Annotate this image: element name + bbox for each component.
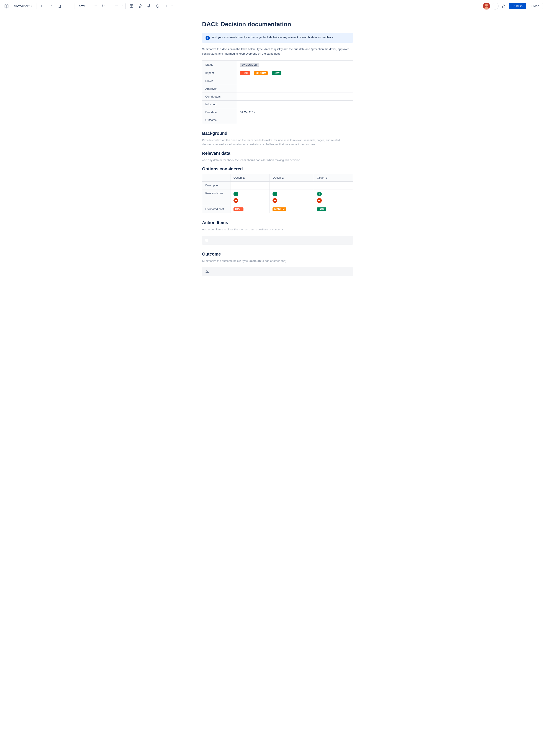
- options-col-1: Option 1:: [230, 174, 269, 182]
- svg-point-6: [94, 6, 94, 7]
- daci-label-due-date: Due date: [202, 108, 237, 116]
- outcome-block[interactable]: [202, 267, 353, 276]
- svg-point-4: [94, 6, 94, 6]
- options-col-0: [202, 174, 230, 182]
- action-items-subtext: Add action items to close the loop on op…: [202, 227, 353, 232]
- options-desc-3[interactable]: [314, 182, 353, 189]
- daci-table: Status UNDECIDED Impact HIGH / MEDIUM / …: [202, 60, 353, 124]
- impact-sep-1: /: [252, 72, 252, 75]
- impact-medium-badge: MEDIUM: [254, 71, 268, 75]
- table-row: Estimated cost HIGH MEDIUM LOW: [202, 205, 353, 213]
- link-button[interactable]: [137, 3, 144, 9]
- impact-high-badge: HIGH: [240, 71, 250, 75]
- daci-value-outcome[interactable]: [237, 116, 353, 124]
- page-content: DACI: Decision documentation i Add your …: [195, 12, 360, 301]
- color-chevron-icon: ▾: [84, 5, 85, 7]
- more-options-button[interactable]: ···: [545, 3, 552, 9]
- attachment-button[interactable]: [145, 3, 153, 9]
- color-label: A: [79, 4, 81, 8]
- underline-button[interactable]: U: [56, 3, 63, 9]
- cons-icon-3[interactable]: −: [317, 198, 322, 203]
- daci-value-status[interactable]: UNDECIDED: [237, 60, 353, 69]
- options-cost-1[interactable]: HIGH: [230, 205, 269, 213]
- cons-icon-1[interactable]: −: [233, 198, 238, 203]
- options-label-cost: Estimated cost: [202, 205, 230, 213]
- options-table: Option 1: Option 2: Option 3: Descriptio…: [202, 174, 353, 213]
- insert-button[interactable]: +: [163, 3, 170, 9]
- options-pros-cons-2[interactable]: + −: [269, 189, 314, 205]
- emoji-button[interactable]: [154, 3, 161, 9]
- toolbar-divider-3: [89, 3, 89, 9]
- daci-value-informed[interactable]: [237, 100, 353, 108]
- table-row: Outcome: [202, 116, 353, 124]
- decision-icon: [205, 269, 209, 274]
- text-color-button[interactable]: A ▾: [77, 3, 86, 8]
- daci-value-contributors[interactable]: [237, 93, 353, 100]
- background-heading: Background: [202, 131, 353, 136]
- close-button[interactable]: Close: [528, 3, 543, 9]
- cons-icon-2[interactable]: −: [272, 198, 277, 203]
- options-col-3: Option 3:: [314, 174, 353, 182]
- intro-paragraph: Summarize this decision in the table bel…: [202, 47, 353, 56]
- options-label-description: Description: [202, 182, 230, 189]
- page-title[interactable]: DACI: Decision documentation: [202, 21, 353, 28]
- svg-point-27: [504, 6, 504, 7]
- lock-button[interactable]: [500, 3, 507, 9]
- more-formatting-button[interactable]: ···: [65, 3, 72, 9]
- svg-text:3.: 3.: [102, 6, 103, 7]
- outcome-slash-decision: /decision: [249, 259, 261, 263]
- pros-icon-1[interactable]: +: [233, 191, 238, 196]
- options-pros-cons-1[interactable]: + −: [230, 189, 269, 205]
- pros-cons-col3: + −: [317, 191, 350, 203]
- daci-value-due-date[interactable]: 31 Oct 2019: [237, 108, 353, 116]
- cost-low-badge: LOW: [317, 208, 326, 211]
- options-cost-3[interactable]: LOW: [314, 205, 353, 213]
- table-row: Status UNDECIDED: [202, 60, 353, 69]
- logo[interactable]: [3, 3, 9, 9]
- pros-icon-3[interactable]: +: [317, 191, 322, 196]
- daci-label-informed: Informed: [202, 100, 237, 108]
- intro-slash-date: /date: [264, 47, 270, 51]
- daci-value-impact[interactable]: HIGH / MEDIUM / LOW: [237, 69, 353, 77]
- chevron-down-icon: ▾: [31, 5, 32, 7]
- table-row: Due date 31 Oct 2019: [202, 108, 353, 116]
- info-banner-text: Add your comments directly to the page. …: [212, 36, 334, 39]
- options-heading: Options considered: [202, 167, 353, 171]
- table-row: Description: [202, 182, 353, 189]
- table-row: Contributors: [202, 93, 353, 100]
- action-items-block[interactable]: [202, 236, 353, 245]
- options-desc-1[interactable]: [230, 182, 269, 189]
- toolbar-divider-5: [125, 3, 126, 9]
- outcome-subtext: Summarize the outcome below (type /decis…: [202, 259, 353, 263]
- toolbar-right: + Publish Close ···: [483, 3, 552, 9]
- add-collaborator-button[interactable]: +: [492, 3, 499, 9]
- daci-label-status: Status: [202, 60, 237, 69]
- daci-value-approver[interactable]: [237, 85, 353, 93]
- info-icon: i: [206, 36, 210, 40]
- table-row: Impact HIGH / MEDIUM / LOW: [202, 69, 353, 77]
- background-text: Provide context on the decision the team…: [202, 138, 353, 146]
- action-checkbox[interactable]: [205, 239, 208, 242]
- align-button[interactable]: [113, 3, 120, 9]
- options-desc-2[interactable]: [269, 182, 314, 189]
- svg-point-21: [157, 5, 157, 6]
- table-row: Driver: [202, 77, 353, 85]
- italic-button[interactable]: I: [48, 3, 55, 9]
- table-button[interactable]: [128, 3, 135, 9]
- table-row: Pros and cons + − + − + −: [202, 189, 353, 205]
- options-pros-cons-3[interactable]: + −: [314, 189, 353, 205]
- options-cost-2[interactable]: MEDIUM: [269, 205, 314, 213]
- text-style-selector[interactable]: Normal text ▾: [12, 3, 34, 9]
- text-style-label: Normal text: [14, 4, 30, 8]
- pros-cons-col1: + −: [233, 191, 266, 203]
- bold-button[interactable]: B: [39, 3, 46, 9]
- user-avatar[interactable]: [483, 3, 490, 9]
- pros-cons-col2: + −: [272, 191, 310, 203]
- numbered-list-button[interactable]: 1.2.3.: [100, 3, 108, 9]
- bullet-list-button[interactable]: [92, 3, 99, 9]
- pros-icon-2[interactable]: +: [272, 191, 277, 196]
- options-col-2: Option 2:: [269, 174, 314, 182]
- publish-button[interactable]: Publish: [509, 3, 526, 9]
- daci-value-driver[interactable]: [237, 77, 353, 85]
- svg-point-24: [485, 4, 488, 6]
